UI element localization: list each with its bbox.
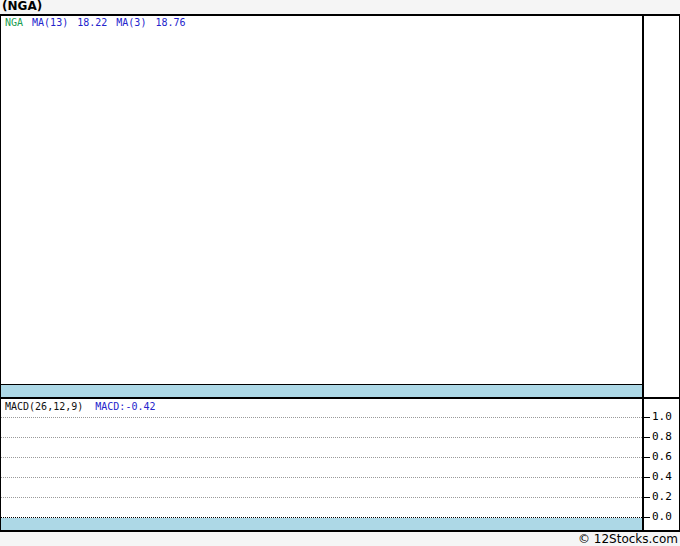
ma13-value: 18.22 <box>77 17 107 29</box>
axis-tick <box>644 417 650 418</box>
y-axis-line <box>642 16 644 530</box>
macd-gridline <box>1 497 642 498</box>
panel-separator <box>1 397 679 399</box>
macd-gridline <box>1 457 642 458</box>
axis-tick-label: 1.0 <box>652 410 679 424</box>
axis-tick <box>644 497 650 498</box>
price-panel-legend: NGA MA(13) 18.22 MA(3) 18.76 <box>5 17 186 29</box>
axis-tick-label: 0.2 <box>652 490 679 504</box>
chart-area: NGA MA(13) 18.22 MA(3) 18.76 MACD(26,12,… <box>0 14 680 532</box>
axis-tick <box>644 457 650 458</box>
axis-tick <box>644 437 650 438</box>
axis-tick-label: 0.4 <box>652 470 679 484</box>
highlight-band-top <box>1 385 642 397</box>
ticker-symbol-label: NGA <box>5 17 23 29</box>
ma3-label: MA(3) <box>116 17 146 29</box>
macd-gridline <box>1 417 642 418</box>
macd-panel-legend: MACD(26,12,9) MACD:-0.42 <box>5 401 156 413</box>
ma3-value: 18.76 <box>155 17 185 29</box>
macd-label: MACD(26,12,9) <box>5 401 83 413</box>
page-title: (NGA) <box>2 0 42 13</box>
macd-value: MACD:-0.42 <box>95 401 155 413</box>
macd-gridline <box>1 477 642 478</box>
watermark-credit: © 12Stocks.com <box>0 532 678 546</box>
axis-tick <box>644 477 650 478</box>
axis-tick-label: 0.6 <box>652 450 679 464</box>
axis-tick-label: 0.0 <box>652 510 679 524</box>
stock-chart-page: (NGA) NGA MA(13) 18.22 MA(3) 18.76 MACD(… <box>0 0 680 546</box>
axis-tick-label: 0.8 <box>652 430 679 444</box>
axis-tick <box>644 517 650 518</box>
macd-gridline <box>1 437 642 438</box>
highlight-band-bottom <box>1 518 642 530</box>
ma13-label: MA(13) <box>32 17 68 29</box>
